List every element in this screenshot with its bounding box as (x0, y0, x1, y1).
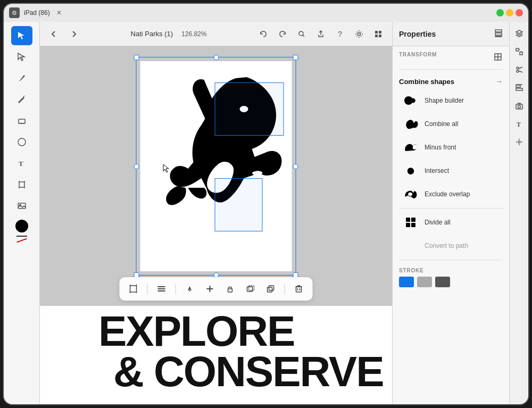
svg-rect-54 (520, 52, 522, 55)
handle-mr[interactable] (293, 164, 298, 169)
search-btn[interactable] (294, 27, 309, 41)
divide-all-label: Divide all (425, 219, 451, 226)
window-close[interactable] (516, 9, 523, 16)
tool-direct-select[interactable] (11, 47, 32, 66)
bt-align[interactable] (155, 282, 168, 295)
help-btn[interactable]: ? (332, 27, 347, 41)
transform-icon[interactable] (493, 52, 503, 62)
svg-rect-62 (516, 88, 522, 90)
handle-tc[interactable] (213, 55, 219, 60)
svg-line-60 (519, 71, 522, 72)
stroke-indicator[interactable] (15, 236, 28, 246)
intersect-label: Intersect (425, 167, 449, 174)
undo-btn[interactable] (256, 27, 271, 41)
canvas-bg-text: EXPLORE & CONSERVE (40, 306, 392, 404)
handle-tl[interactable] (134, 55, 139, 60)
shape-builder-item[interactable]: Shape builder (396, 89, 506, 112)
bt-delete[interactable] (293, 282, 305, 295)
back-btn[interactable] (46, 27, 61, 41)
minus-front-item[interactable]: Minus front (396, 136, 506, 159)
stroke-swatch-3[interactable] (435, 277, 450, 287)
shape-builder-icon (402, 92, 419, 109)
tab-close[interactable]: ✕ (56, 9, 62, 16)
divide-all-item[interactable]: Divide all (396, 211, 506, 234)
svg-rect-61 (516, 85, 520, 87)
bt-mask[interactable] (244, 282, 257, 295)
ri-layers[interactable] (512, 26, 527, 41)
svg-point-58 (517, 70, 519, 72)
artboard-bg (140, 61, 292, 271)
window-minimize[interactable] (506, 9, 513, 16)
intersect-item[interactable]: Intersect (396, 160, 506, 182)
tool-artboard[interactable] (11, 175, 32, 194)
right-panel-wrapper: Properties TRANSFORM (392, 22, 528, 404)
svg-point-16 (358, 32, 361, 35)
svg-point-5 (18, 138, 26, 146)
combine-shapes-title: Combine shapes (399, 78, 454, 86)
fill-color[interactable] (15, 220, 28, 232)
tool-select[interactable] (11, 26, 32, 45)
svg-rect-33 (228, 289, 232, 292)
ri-scissors[interactable] (512, 62, 527, 77)
svg-rect-53 (516, 48, 519, 51)
exclude-overlap-icon (402, 186, 419, 203)
share-btn[interactable] (313, 27, 328, 41)
svg-rect-38 (296, 287, 302, 292)
convert-to-path-item[interactable]: Convert to path (396, 235, 506, 257)
convert-to-path-icon (402, 237, 419, 254)
ri-transform[interactable] (512, 44, 527, 59)
ri-text[interactable]: T (512, 116, 527, 131)
tool-eraser[interactable] (11, 111, 32, 130)
dolphin-artwork (140, 61, 292, 271)
svg-rect-43 (495, 36, 502, 37)
ri-align[interactable] (512, 80, 527, 95)
svg-point-67 (518, 141, 520, 143)
panel-title: Properties (399, 30, 436, 38)
handle-tr[interactable] (293, 55, 298, 60)
tool-shape[interactable] (11, 132, 32, 152)
svg-rect-28 (158, 288, 165, 289)
right-icon-col: T (509, 22, 528, 404)
conserve-text: & CONSERVE (40, 352, 392, 392)
bt-arrange[interactable] (184, 282, 196, 295)
svg-rect-50 (406, 223, 410, 227)
divider-3 (399, 260, 503, 260)
ri-settings[interactable] (512, 135, 527, 149)
window-maximize[interactable] (496, 9, 504, 16)
bt-duplicate[interactable] (264, 282, 277, 295)
combine-all-item[interactable]: Combine all (396, 113, 506, 135)
bt-lock[interactable] (224, 282, 237, 295)
right-panel: Properties TRANSFORM (392, 22, 509, 404)
stroke-swatch-2[interactable] (417, 277, 432, 287)
bottom-toolbar-wrapper (120, 277, 313, 306)
svg-rect-48 (406, 218, 410, 222)
tool-pencil[interactable] (11, 90, 32, 109)
exclude-overlap-item[interactable]: Exclude overlap (396, 183, 506, 205)
intersect-icon (402, 162, 419, 179)
combine-all-icon (402, 115, 419, 132)
dolphin-tail-right (188, 188, 207, 198)
grid-btn[interactable] (371, 27, 386, 41)
stroke-swatch-1[interactable] (399, 277, 414, 287)
tool-text[interactable]: T (11, 154, 32, 173)
handle-ml[interactable] (134, 164, 139, 169)
right-panel-header: Properties (393, 22, 509, 46)
svg-rect-32 (207, 288, 213, 289)
svg-text:T: T (517, 121, 521, 128)
canvas-area[interactable]: EXPLORE & CONSERVE (40, 46, 392, 404)
bt-add[interactable] (204, 282, 217, 295)
svg-rect-17 (375, 31, 378, 34)
stroke-row (399, 277, 503, 287)
redo-btn[interactable] (275, 27, 290, 41)
ri-camera[interactable] (512, 98, 527, 113)
tool-pen[interactable] (11, 69, 32, 88)
divide-all-icon (402, 214, 419, 231)
tool-image[interactable] (11, 196, 32, 215)
bt-frame[interactable] (127, 282, 140, 295)
svg-marker-0 (18, 32, 24, 39)
forward-btn[interactable] (66, 27, 81, 41)
settings-btn[interactable] (352, 27, 367, 41)
svg-rect-3 (19, 119, 25, 123)
layers-icon[interactable] (494, 29, 503, 39)
top-nav: Nati Parks (1) 126.82% (40, 22, 392, 46)
